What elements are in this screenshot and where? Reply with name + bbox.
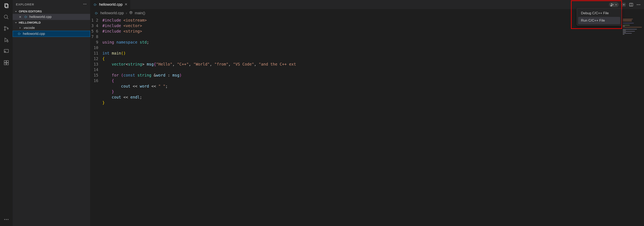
cpp-file-icon [93,3,97,7]
debug-play-icon [610,3,614,7]
svg-point-17 [8,219,8,220]
open-editors-section[interactable]: OPEN EDITORS [13,9,90,14]
editor-tab[interactable]: helloworld.cpp [90,0,130,9]
file-item[interactable]: helloworld.cpp [13,31,90,37]
svg-point-33 [623,4,624,5]
svg-rect-12 [4,63,6,65]
svg-point-36 [637,4,638,5]
run-debug-icon[interactable] [3,37,10,43]
explorer-icon[interactable] [3,2,10,9]
svg-point-6 [7,28,8,29]
minimap[interactable] [622,17,644,226]
cpp-file-icon [94,11,98,15]
open-editors-label: OPEN EDITORS [19,9,42,13]
debug-file-item[interactable]: Debug C/C++ File [578,9,620,17]
settings-gear-icon[interactable] [622,2,626,7]
svg-point-18 [84,4,84,4]
svg-point-2 [4,15,8,18]
svg-point-16 [6,219,7,220]
open-editor-filename: helloworld.cpp [29,15,52,19]
breadcrumb-separator: › [126,11,127,15]
svg-point-19 [85,4,85,4]
svg-rect-14 [6,61,8,62]
tab-filename: helloworld.cpp [99,2,122,7]
svg-rect-13 [6,63,8,65]
activity-bar [0,0,13,226]
svg-point-20 [86,4,86,4]
svg-point-32 [611,5,612,6]
cpp-file-icon [24,15,28,19]
editor-actions [609,0,644,9]
svg-point-10 [5,51,6,52]
svg-point-4 [4,26,6,28]
run-menu: Debug C/C++ File Run C/C++ File [577,8,622,26]
close-icon[interactable] [18,15,22,19]
open-editor-item[interactable]: helloworld.cpp [13,14,90,20]
folder-name: .vscode [23,26,35,30]
chevron-down-icon [14,21,18,24]
svg-point-5 [4,29,6,30]
source-control-icon[interactable] [3,25,10,32]
explorer-sidebar: EXPLORER OPEN EDITORS helloworld.cpp [13,0,90,226]
explorer-header: EXPLORER [13,0,90,9]
svg-line-3 [7,18,8,19]
workspace-section[interactable]: HELLOWORLD [13,20,90,25]
run-debug-dropdown[interactable] [609,2,619,7]
chevron-down-icon [615,3,618,6]
svg-point-38 [640,4,640,5]
file-name: helloworld.cpp [23,32,45,36]
svg-point-37 [638,4,639,5]
code-content[interactable]: #include <iostream> #include <vector> #i… [102,17,622,226]
extensions-icon[interactable] [3,59,10,66]
tab-bar: helloworld.cpp [90,0,644,9]
svg-point-8 [7,41,8,42]
chevron-right-icon [18,26,22,29]
explorer-title: EXPLORER [16,3,34,6]
svg-marker-7 [5,38,8,42]
remote-explorer-icon[interactable] [3,48,10,55]
split-editor-icon[interactable] [629,2,634,7]
editor-area: helloworld.cpp [90,0,644,226]
chevron-down-icon [14,10,18,13]
search-icon[interactable] [3,14,10,20]
line-numbers: 1 2 3 4 5 6 7 8 9 10 11 12 13 14 15 16 [90,17,102,226]
svg-point-15 [4,219,5,220]
close-icon[interactable] [124,2,128,7]
more-actions-icon[interactable] [636,2,641,7]
cube-icon [129,11,133,15]
folder-item[interactable]: .vscode [13,25,90,31]
workspace-label: HELLOWORLD [19,21,40,24]
cpp-file-icon [17,32,21,36]
run-file-item[interactable]: Run C/C++ File [578,17,620,24]
more-icon[interactable] [3,216,10,223]
code-editor[interactable]: 1 2 3 4 5 6 7 8 9 10 11 12 13 14 15 16 #… [90,17,644,226]
svg-rect-11 [4,61,6,62]
explorer-more-icon[interactable] [83,2,87,7]
breadcrumb-file: helloworld.cpp [100,11,124,15]
breadcrumb[interactable]: helloworld.cpp › main() [90,9,644,17]
breadcrumb-symbol: main() [135,11,145,15]
